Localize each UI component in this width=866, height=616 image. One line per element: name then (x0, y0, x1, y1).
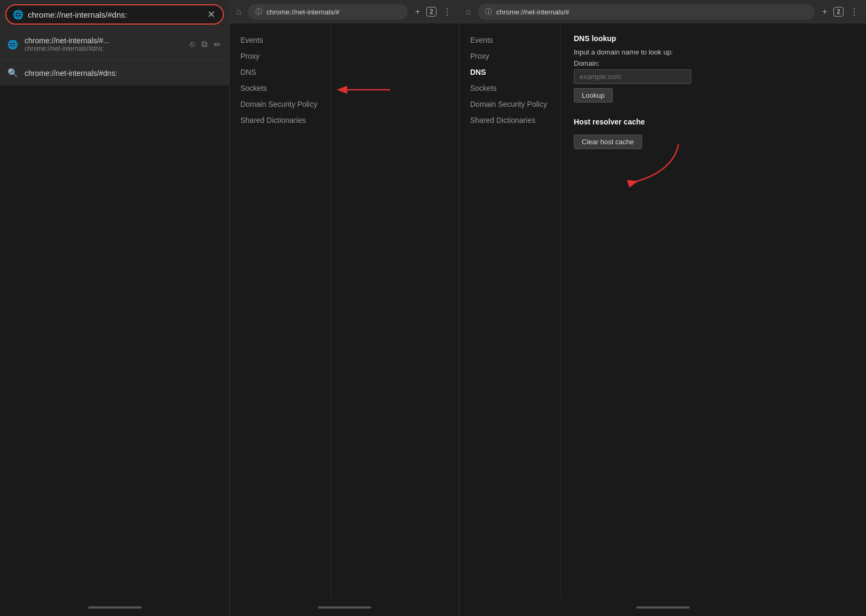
sidebar-item-shared-dicts-3[interactable]: Shared Dictionaries (459, 112, 560, 128)
share-icon[interactable]: ⎋ (189, 38, 196, 50)
domain-input[interactable] (574, 69, 691, 84)
globe-icon: 🌐 (13, 10, 24, 20)
copy-icon[interactable]: ⧉ (200, 38, 208, 50)
bottom-indicator (88, 606, 142, 609)
lock-icon-2: ⓘ (255, 7, 262, 17)
lookup-button[interactable]: Lookup (574, 88, 613, 103)
sidebar-item-events-2[interactable]: Events (230, 32, 331, 48)
address-bar-container: 🌐 chrome://net-internals/#dns: ✕ (0, 0, 229, 29)
home-button-3[interactable]: ⌂ (464, 5, 473, 19)
bottom-indicator-3 (636, 606, 690, 609)
panel1-empty-area (0, 85, 229, 599)
dns-lookup-section: DNS lookup Input a domain name to look u… (574, 34, 853, 103)
search-icon: 🔍 (7, 68, 18, 78)
dns-main-content: DNS lookup Input a domain name to look u… (561, 24, 866, 599)
panel-browser-dns: ⌂ ⓘ chrome://net-internals/# + 2 ⋮ Event… (459, 0, 866, 616)
sidebar-item-dns-2[interactable]: DNS (230, 64, 331, 80)
autocomplete-item-actions: ⎋ ⧉ ✏ (189, 38, 222, 51)
panel2-footer (230, 599, 459, 616)
address-bar[interactable]: 🌐 chrome://net-internals/#dns: ✕ (5, 4, 224, 25)
autocomplete-item-subtitle: chrome://net-internals/#dns: (25, 45, 182, 52)
sidebar-item-proxy-2[interactable]: Proxy (230, 48, 331, 64)
autocomplete-search-text: chrome://net-internals/#dns: (25, 69, 118, 77)
panel-browser-nav: ⌂ ⓘ chrome://net-internals/# + 2 ⋮ Event… (230, 0, 459, 616)
new-tab-button-3[interactable]: + (819, 6, 830, 18)
address-bar-url: chrome://net-internals/#dns: (28, 10, 202, 19)
autocomplete-item-content: chrome://net-internals/#... chrome://net… (25, 36, 182, 52)
dns-lookup-description: Input a domain name to look up: (574, 48, 853, 56)
sidebar-item-dsp-3[interactable]: Domain Security Policy (459, 96, 560, 112)
home-button-2[interactable]: ⌂ (234, 5, 244, 19)
panel-addressbar: 🌐 chrome://net-internals/#dns: ✕ 🌐 chrom… (0, 0, 230, 616)
host-cache-title: Host resolver cache (574, 118, 853, 126)
sidebar-item-sockets-3[interactable]: Sockets (459, 80, 560, 96)
browser-chrome-3: ⌂ ⓘ chrome://net-internals/# + 2 ⋮ (459, 0, 866, 24)
sidebar-item-proxy-3[interactable]: Proxy (459, 48, 560, 64)
main-area-2 (331, 24, 459, 599)
sidebar-item-events-3[interactable]: Events (459, 32, 560, 48)
domain-field-label: Domain: (574, 59, 853, 67)
omnibox-3[interactable]: ⓘ chrome://net-internals/# (478, 4, 815, 20)
new-tab-button-2[interactable]: + (412, 6, 423, 18)
sidebar-nav-2: Events Proxy DNS Sockets Domain Security… (230, 24, 331, 599)
toolbar-actions-3: + 2 ⋮ (819, 6, 862, 18)
autocomplete-divider (0, 60, 229, 60)
autocomplete-history-item[interactable]: 🌐 chrome://net-internals/#... chrome://n… (0, 31, 229, 58)
bottom-indicator-2 (318, 606, 371, 609)
clear-host-cache-button[interactable]: Clear host cache (574, 135, 642, 149)
tab-count-2[interactable]: 2 (426, 7, 436, 17)
omnibox-url-3: chrome://net-internals/# (496, 8, 807, 16)
panel3-footer (459, 599, 866, 616)
autocomplete-dropdown: 🌐 chrome://net-internals/#... chrome://n… (0, 29, 229, 85)
tab-count-3[interactable]: 2 (833, 7, 844, 17)
page-content-2: Events Proxy DNS Sockets Domain Security… (230, 24, 459, 599)
omnibox-url-2: chrome://net-internals/# (267, 8, 400, 16)
browser-toolbar-3: ⌂ ⓘ chrome://net-internals/# + 2 ⋮ (459, 0, 866, 24)
toolbar-actions-2: + 2 ⋮ (412, 6, 455, 18)
autocomplete-item-title: chrome://net-internals/#... (25, 36, 182, 45)
more-menu-button-2[interactable]: ⋮ (440, 6, 455, 18)
sidebar-item-dsp-2[interactable]: Domain Security Policy (230, 96, 331, 112)
browser-chrome-2: ⌂ ⓘ chrome://net-internals/# + 2 ⋮ (230, 0, 459, 24)
host-cache-section: Host resolver cache Clear host cache (574, 118, 853, 149)
lock-icon-3: ⓘ (485, 7, 492, 17)
sidebar-item-shared-dicts-2[interactable]: Shared Dictionaries (230, 112, 331, 128)
sidebar-item-dns-3[interactable]: DNS (459, 64, 560, 80)
page-content-3: Events Proxy DNS Sockets Domain Security… (459, 24, 866, 599)
address-bar-close-button[interactable]: ✕ (206, 9, 216, 20)
edit-icon[interactable]: ✏ (213, 38, 222, 51)
omnibox-2[interactable]: ⓘ chrome://net-internals/# (248, 4, 408, 20)
browser-toolbar-2: ⌂ ⓘ chrome://net-internals/# + 2 ⋮ (230, 0, 459, 24)
panel1-footer (0, 599, 229, 616)
history-globe-icon: 🌐 (7, 40, 18, 50)
autocomplete-search-item[interactable]: 🔍 chrome://net-internals/#dns: (0, 63, 229, 83)
sidebar-nav-3: Events Proxy DNS Sockets Domain Security… (459, 24, 561, 599)
sidebar-item-sockets-2[interactable]: Sockets (230, 80, 331, 96)
more-menu-button-3[interactable]: ⋮ (847, 6, 862, 18)
dns-lookup-title: DNS lookup (574, 34, 853, 43)
